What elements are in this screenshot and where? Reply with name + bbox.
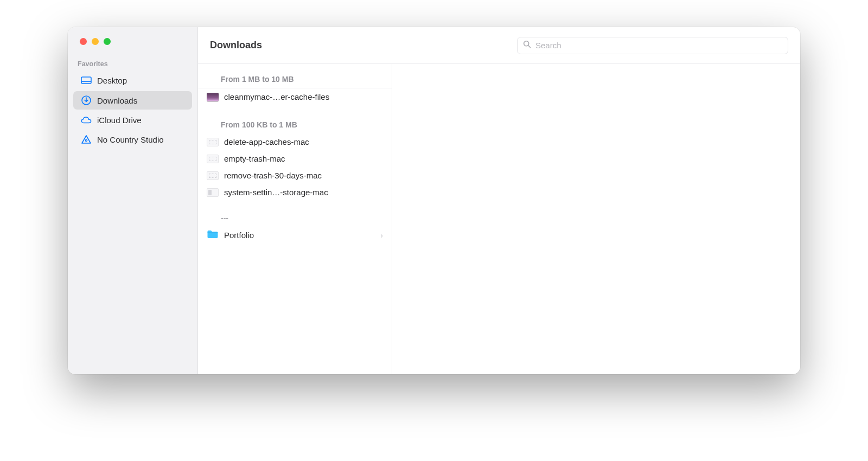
zoom-window-button[interactable] bbox=[104, 38, 111, 45]
file-row[interactable]: system-settin…-storage-mac bbox=[198, 184, 392, 201]
sidebar-item-label: No Country Studio bbox=[97, 135, 164, 144]
file-name: delete-app-caches-mac bbox=[224, 137, 309, 146]
svg-line-5 bbox=[528, 46, 531, 48]
svg-rect-0 bbox=[81, 77, 91, 84]
cloud-icon bbox=[81, 116, 92, 125]
search-input[interactable] bbox=[535, 41, 782, 50]
image-file-icon bbox=[207, 155, 219, 163]
misc-group-header: --- bbox=[198, 201, 392, 226]
sidebar: Favorites Desktop Downloads bbox=[68, 27, 198, 374]
file-name: system-settin…-storage-mac bbox=[224, 188, 328, 197]
downloads-icon bbox=[81, 95, 92, 106]
window-controls bbox=[68, 38, 197, 45]
sidebar-item-label: iCloud Drive bbox=[97, 116, 142, 125]
file-name: cleanmymac-…er-cache-files bbox=[224, 92, 329, 101]
titlebar: Downloads bbox=[198, 27, 800, 64]
close-window-button[interactable] bbox=[80, 38, 87, 45]
file-row[interactable]: remove-trash-30-days-mac bbox=[198, 167, 392, 184]
image-file-icon bbox=[207, 93, 219, 101]
file-row[interactable]: delete-app-caches-mac bbox=[198, 133, 392, 150]
folder-name: Portfolio bbox=[224, 230, 254, 240]
size-group-header: From 1 MB to 10 MB bbox=[198, 71, 392, 88]
image-file-icon bbox=[207, 188, 219, 197]
svg-point-3 bbox=[85, 139, 87, 141]
file-name: empty-trash-mac bbox=[224, 154, 285, 163]
folder-row[interactable]: Portfolio › bbox=[198, 226, 392, 245]
page-title: Downloads bbox=[210, 40, 262, 51]
sidebar-item-label: Downloads bbox=[97, 96, 137, 105]
folder-icon bbox=[207, 229, 219, 241]
image-file-icon bbox=[207, 171, 219, 180]
sidebar-item-desktop[interactable]: Desktop bbox=[73, 72, 192, 89]
file-list-column: From 1 MB to 10 MB cleanmymac-…er-cache-… bbox=[198, 64, 392, 374]
sidebar-item-label: Desktop bbox=[97, 76, 127, 85]
main-area: Downloads From 1 MB to 10 MB cleanmymac-… bbox=[198, 27, 800, 374]
sidebar-item-downloads[interactable]: Downloads bbox=[73, 91, 192, 110]
minimize-window-button[interactable] bbox=[92, 38, 99, 45]
file-name: remove-trash-30-days-mac bbox=[224, 171, 322, 180]
sidebar-section-label: Favorites bbox=[68, 60, 197, 71]
image-file-icon bbox=[207, 138, 219, 146]
preview-column bbox=[392, 64, 800, 374]
sidebar-item-icloud-drive[interactable]: iCloud Drive bbox=[73, 112, 192, 129]
search-field[interactable] bbox=[517, 37, 788, 54]
sidebar-item-no-country-studio[interactable]: No Country Studio bbox=[73, 131, 192, 148]
finder-window: Favorites Desktop Downloads bbox=[68, 27, 800, 374]
desktop-icon bbox=[81, 76, 92, 85]
content-columns: From 1 MB to 10 MB cleanmymac-…er-cache-… bbox=[198, 64, 800, 374]
search-icon bbox=[523, 40, 531, 50]
triangle-icon bbox=[81, 135, 92, 144]
size-group-header: From 100 KB to 1 MB bbox=[198, 116, 392, 133]
file-row[interactable]: cleanmymac-…er-cache-files bbox=[198, 88, 392, 105]
file-row[interactable]: empty-trash-mac bbox=[198, 150, 392, 167]
chevron-right-icon: › bbox=[380, 231, 383, 240]
